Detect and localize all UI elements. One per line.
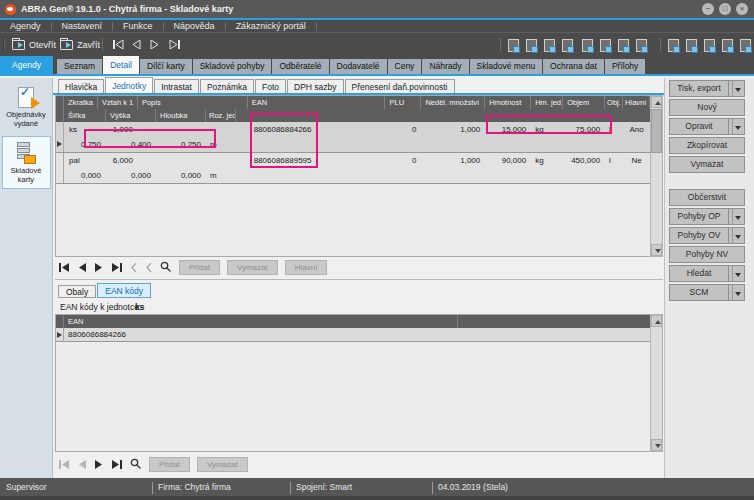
- export-icon[interactable]: [508, 39, 519, 52]
- status-divider: [290, 482, 291, 494]
- status-connection: Spojení: Smart: [296, 482, 352, 492]
- notes-icon[interactable]: [740, 39, 751, 52]
- copy-button[interactable]: Zkopírovat: [669, 137, 745, 154]
- tab-obaly[interactable]: Obaly: [58, 285, 96, 298]
- nav-prev-icon[interactable]: [77, 263, 87, 272]
- delete-document-icon[interactable]: [618, 39, 629, 52]
- preview-document-icon[interactable]: [636, 39, 647, 52]
- nav-page-next-icon[interactable]: [145, 263, 153, 272]
- open-button[interactable]: Otevřít: [8, 36, 60, 53]
- import-icon[interactable]: [526, 39, 537, 52]
- main-unit-button[interactable]: Hlavní: [285, 260, 328, 275]
- nav-last-icon[interactable]: [111, 263, 123, 272]
- record-last-icon[interactable]: [169, 40, 181, 51]
- tab-skladove-pohyby[interactable]: Skladové pohyby: [193, 59, 272, 74]
- search-icon[interactable]: [160, 261, 172, 273]
- subtab-jednotky[interactable]: Jednotky: [105, 77, 153, 93]
- nav-next-icon[interactable]: [94, 263, 104, 272]
- subtab-preneseni-dan-povinnosti[interactable]: Přenesení daň.povinnosti: [345, 79, 455, 93]
- subtab-poznamka[interactable]: Poznámka: [200, 79, 254, 93]
- tab-seznam[interactable]: Seznam: [57, 59, 102, 74]
- settings-icon[interactable]: [704, 39, 715, 52]
- delete-unit-button[interactable]: Vymazat: [227, 260, 278, 275]
- filter-icon[interactable]: [686, 39, 697, 52]
- tab-detail[interactable]: Detail: [103, 56, 139, 74]
- maximize-icon[interactable]: □: [719, 3, 731, 15]
- close-button[interactable]: Zavřít: [56, 36, 104, 53]
- ean-table-header[interactable]: EAN: [56, 315, 650, 328]
- subtab-foto[interactable]: Foto: [255, 79, 286, 93]
- units-table-header-row1[interactable]: Zkratka Vztah k 1 Popis EAN PLU Neděl. m…: [56, 96, 650, 109]
- menu-agendy[interactable]: Agendy: [0, 20, 51, 32]
- menu-napoveda[interactable]: Nápověda: [164, 20, 225, 32]
- dropdown-icon[interactable]: [729, 284, 745, 301]
- tab-ceny[interactable]: Ceny: [388, 59, 422, 74]
- minimize-icon[interactable]: −: [702, 3, 714, 15]
- ean-table-row[interactable]: 8806086884266: [56, 328, 650, 342]
- menu-nastaveni[interactable]: Nastavení: [52, 20, 113, 32]
- copy-document-icon[interactable]: [600, 39, 611, 52]
- tab-dodavatele[interactable]: Dodavatelé: [330, 59, 387, 74]
- table-row-ks[interactable]: ks 1,000 8806086884266 0 1,000 15,000 kg…: [56, 122, 650, 153]
- new-button[interactable]: Nový: [669, 99, 745, 116]
- delete-button[interactable]: Vymazat: [669, 156, 745, 173]
- movements-nv-button[interactable]: Pohyby NV: [669, 246, 745, 263]
- dropdown-icon[interactable]: [729, 227, 745, 244]
- units-table-header-row2[interactable]: Šířka Výška Hloubka Roz. jed.: [56, 109, 650, 122]
- search-icon[interactable]: [130, 458, 142, 470]
- scm-button[interactable]: SCM: [669, 284, 745, 301]
- table-row-pal[interactable]: pal 6,000 8806086889595 0 1,000 90,000 k…: [56, 153, 650, 184]
- refresh-icon[interactable]: [668, 39, 679, 52]
- scrollbar-thumb[interactable]: [651, 109, 662, 153]
- subtab-dph-sazby[interactable]: DPH sazby: [287, 79, 344, 93]
- close-icon[interactable]: ×: [736, 3, 748, 15]
- nav-next-icon[interactable]: [94, 460, 104, 469]
- nav-first-icon[interactable]: [58, 263, 70, 272]
- tab-dilci-karty[interactable]: Dílčí karty: [140, 59, 192, 74]
- add-ean-button[interactable]: Přidat: [149, 457, 190, 472]
- refresh-button[interactable]: Občerstvit: [669, 189, 745, 206]
- dropdown-icon[interactable]: [729, 80, 745, 97]
- tab-nahrady[interactable]: Náhrady: [422, 59, 468, 74]
- print-export-button[interactable]: Tisk, export: [669, 80, 745, 97]
- movements-ov-button[interactable]: Pohyby OV: [669, 227, 745, 244]
- subtab-hlavicka[interactable]: Hlavička: [58, 79, 104, 93]
- record-prev-icon[interactable]: [131, 40, 141, 51]
- edit-button[interactable]: Opravit: [669, 118, 745, 135]
- scroll-down-icon[interactable]: [651, 439, 662, 451]
- find-button[interactable]: Hledat: [669, 265, 745, 282]
- menu-funkce[interactable]: Funkce: [113, 20, 163, 32]
- scroll-up-icon[interactable]: [651, 315, 662, 327]
- tab-prilohy[interactable]: Přílohy: [605, 59, 645, 74]
- tab-ean-kody[interactable]: EAN kódy: [97, 283, 151, 298]
- subtab-intrastat[interactable]: Intrastat: [154, 79, 199, 93]
- edit-document-icon[interactable]: [582, 39, 593, 52]
- new-document-icon[interactable]: [562, 39, 573, 52]
- units-table-scrollbar[interactable]: [650, 95, 663, 257]
- ean-table-scrollbar[interactable]: [650, 314, 663, 452]
- tab-odberatele[interactable]: Odběratelé: [272, 59, 328, 74]
- attachments-icon[interactable]: [722, 39, 733, 52]
- tab-ochrana-dat[interactable]: Ochrana dat: [543, 59, 604, 74]
- sidebar-item-objednavky-vydane[interactable]: ✓ Objednávky vydané: [2, 82, 51, 132]
- tab-skladove-menu[interactable]: Skladové menu: [470, 59, 543, 74]
- dropdown-icon[interactable]: [729, 118, 745, 135]
- dropdown-icon[interactable]: [729, 208, 745, 225]
- delete-ean-button[interactable]: Vymazat: [197, 457, 248, 472]
- scroll-down-icon[interactable]: [651, 244, 662, 256]
- record-first-icon[interactable]: [112, 40, 124, 51]
- nav-page-prev-icon[interactable]: [130, 263, 138, 272]
- add-unit-button[interactable]: Přidat: [179, 260, 220, 275]
- nav-prev-icon[interactable]: [77, 460, 87, 469]
- menu-zakaznicky-portal[interactable]: Zákaznický portál: [226, 20, 316, 32]
- movements-op-button[interactable]: Pohyby OP: [669, 208, 745, 225]
- dropdown-icon[interactable]: [729, 265, 745, 282]
- sidebar-item-skladove-karty[interactable]: Skladové karty: [2, 136, 51, 189]
- print-icon[interactable]: [544, 39, 555, 52]
- scroll-up-icon[interactable]: [651, 96, 662, 108]
- ean-unit-value: ks: [135, 302, 144, 312]
- nav-last-icon[interactable]: [111, 460, 123, 469]
- record-next-icon[interactable]: [150, 40, 160, 51]
- nav-first-icon[interactable]: [58, 460, 70, 469]
- toolbar-separator: [500, 38, 501, 51]
